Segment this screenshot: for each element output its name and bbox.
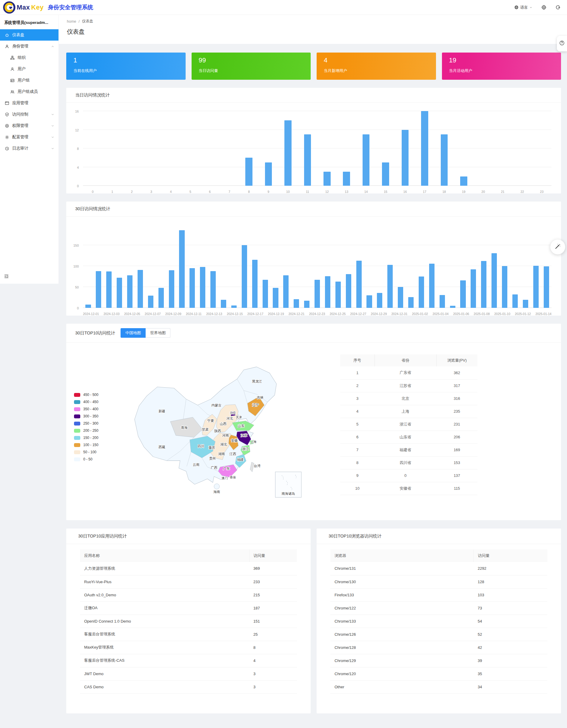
sidebar-item-用户组成员[interactable]: 用户组成员 [0,86,59,97]
bar [398,287,403,308]
table-row: MaxKey管理系统8 [80,641,297,654]
svg-text:广西: 广西 [211,466,217,469]
legend-range: 350 - 400 [83,407,99,411]
svg-text:安徽: 安徽 [231,439,238,442]
bar [190,268,195,308]
map-tab-中国地图[interactable]: 中国地图 [121,328,146,338]
svg-text:四川: 四川 [198,444,204,448]
settings-button[interactable] [541,5,546,10]
svg-text:西藏: 西藏 [159,445,165,449]
china-map[interactable]: 新疆西藏青海甘肃宁夏内蒙古黑龙江吉林辽宁北京天津河北山西山东河南陕西江苏安徽上海… [116,360,304,501]
bar [231,305,237,308]
svg-text:山西: 山西 [220,422,227,426]
table-row: 6山东省206 [340,431,477,443]
column-header: 浏览量(PV) [436,354,477,366]
svg-text:浙江: 浙江 [242,447,249,451]
bar [179,230,185,308]
chevron-down-icon [529,6,532,9]
svg-text:内蒙古: 内蒙古 [212,403,222,407]
table-row: Chrome/12035 [330,667,547,680]
bar [314,280,320,308]
brand-subtitle: 身份安全管理系统 [48,4,93,11]
svg-text:重庆: 重庆 [209,446,215,449]
panel-hourly-title: 当日访问情况统计 [66,88,561,103]
bar [284,120,291,186]
sidebar-item-组织[interactable]: 组织 [0,52,59,63]
home-icon [4,33,9,37]
panel-map: 30日TOP10访问统计 中国地图世界地图 450 - 500400 - 450… [66,324,561,520]
gear-icon [4,135,9,139]
table-row: 5浙江省231 [340,418,477,431]
table-row: 客服后台管理系统25 [80,628,297,641]
bars [83,224,551,308]
legend-item: 250 - 300 [74,420,99,427]
legend-item: 350 - 400 [74,406,99,413]
svg-text:北京: 北京 [230,411,236,414]
sidebar-item-label: 组织 [18,55,26,60]
bar [460,280,465,308]
app-table: 应用名称访问量人力资源管理系统369RuoYi-Vue-Plus233OAuth… [80,549,297,694]
maxkey-logo-icon [3,1,16,14]
magic-toolbox-button[interactable] [550,239,565,254]
bar [366,295,372,308]
province-table: 序号省份浏览量(PV)1广东省3622江苏省3173北京3164上海2355浙江… [340,354,477,495]
bar [169,270,174,308]
column-header: 省份 [374,354,436,366]
breadcrumb-separator: / [79,19,79,24]
legend-item: 300 - 350 [74,413,99,420]
svg-text:河北: 河北 [227,417,233,420]
svg-text:湖北: 湖北 [220,443,227,446]
sidebar-item-日志审计[interactable]: 日志审计 [0,143,59,154]
svg-text:山东: 山东 [238,424,244,428]
sidebar-item-访问控制[interactable]: 访问控制 [0,109,59,120]
chevron-down-icon [51,136,54,139]
hourly-visits-chart: 0481216012345678910111213141516171819202… [70,111,557,193]
sidebar-item-用户[interactable]: 用户 [0,63,59,75]
legend-range: 150 - 200 [83,436,99,440]
sidebar-item-权限管理[interactable]: 权限管理 [0,120,59,131]
table-row: 4上海235 [340,405,477,418]
bar [402,130,409,186]
language-menu[interactable]: 语言 [514,5,532,10]
breadcrumb-home[interactable]: home [67,19,76,24]
legend-swatch [74,436,80,440]
table-row: OpenID Connect 1.0 Demo151 [80,615,297,628]
table-row: Chrome/1312292 [330,562,547,575]
breadcrumb: home / 仪表盘 [67,19,567,24]
map-tab-世界地图[interactable]: 世界地图 [146,328,170,338]
legend-swatch [74,393,80,397]
table-row: Chrome/12652 [330,628,547,641]
table-row: 泛微OA187 [80,601,297,615]
table-row: RuoYi-Vue-Plus233 [80,575,297,588]
table-row: 7福建省169 [340,443,477,456]
legend-range: 400 - 450 [83,400,99,404]
bar [117,278,122,308]
legend-range: 450 - 500 [83,393,99,397]
app-header: Max Key 身份安全管理系统 语言 [0,0,567,15]
sidebar-item-配置管理[interactable]: 配置管理 [0,131,59,143]
svg-text:天津: 天津 [236,416,242,419]
legend-swatch [74,443,80,447]
sidebar-item-用户组[interactable]: 用户组 [0,75,59,86]
sidebar-item-仪表盘[interactable]: 仪表盘 [0,29,59,41]
sidebar-item-身份管理[interactable]: 身份管理 [0,41,59,52]
main-content: home / 仪表盘 仪表盘 1当前在线用户99当日访问量4当月新增用户19当月… [59,15,567,719]
svg-text:云南: 云南 [193,463,199,466]
sidebar-fold-button[interactable] [4,274,9,280]
logout-button[interactable] [555,5,560,10]
help-float-button[interactable] [557,36,567,51]
globe-icon [514,5,519,10]
stat-card-value: 19 [449,56,554,64]
sidebar-item-label: 用户 [18,66,26,72]
bars [83,111,551,186]
org-icon [10,55,15,60]
stat-card-2: 4当月新增用户 [316,53,436,80]
bar [387,265,393,308]
user-icon [4,44,9,49]
bar [323,172,331,186]
bar [512,294,518,308]
svg-text:宁夏: 宁夏 [208,419,214,423]
table-row: Other34 [330,680,547,693]
sidebar-item-应用管理[interactable]: 应用管理 [0,97,59,109]
table-row: 2江苏省317 [340,379,477,392]
